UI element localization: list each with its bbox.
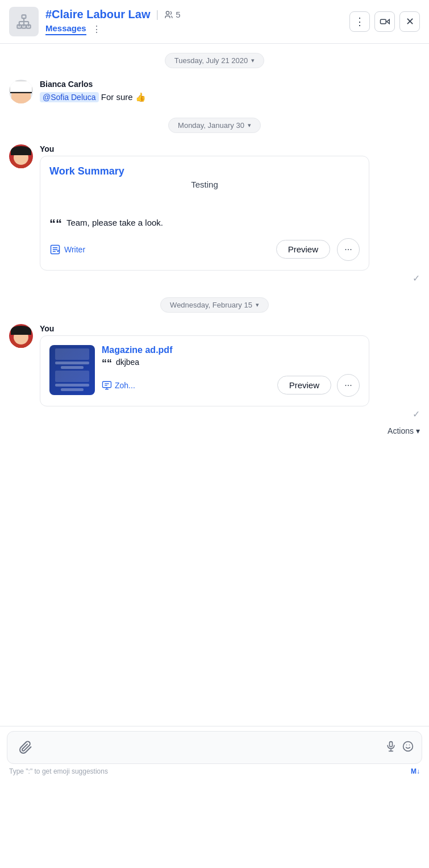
message-input[interactable] <box>40 743 381 753</box>
file-thumbnail <box>49 345 95 395</box>
header-actions: ⋮ ✕ <box>349 11 420 32</box>
message-input-row <box>7 731 422 764</box>
card-app-writer: Writer <box>49 244 269 255</box>
sender-you-1: You <box>40 144 420 153</box>
header-tabs: Messages ⋮ <box>45 23 343 35</box>
actions-label: Actions <box>388 426 414 435</box>
avatar-bianca <box>9 80 33 103</box>
read-tick-2: ✓ <box>40 409 420 420</box>
close-icon: ✕ <box>406 15 414 28</box>
file-preview-button[interactable]: Preview <box>277 376 331 394</box>
file-info: Magazine ad.pdf dkjbea Zoh... <box>102 345 360 397</box>
svg-rect-16 <box>103 381 111 388</box>
date-separator-2: Monday, January 30 ▾ <box>0 109 429 142</box>
chat-header: #Claire Labour Law | 5 Messages ⋮ ⋮ ✕ <box>0 0 429 44</box>
message-content-bianca: Bianca Carlos @Sofia Deluca For sure 👍 <box>40 80 420 104</box>
card-work-quote: Team, please take a look. <box>49 217 360 231</box>
file-app-zoh: Zoh... <box>102 380 272 391</box>
date-separator-3: Wednesday, February 15 ▾ <box>0 288 429 322</box>
header-title-row: #Claire Labour Law | 5 <box>45 8 343 21</box>
date-pill-1[interactable]: Tuesday, July 21 2020 ▾ <box>165 53 264 68</box>
actions-button[interactable]: Actions ▾ <box>388 426 420 435</box>
svg-rect-21 <box>390 741 393 746</box>
writer-icon <box>49 244 61 255</box>
input-hint-bar: Type ":" to get emoji suggestions M↓ <box>7 764 422 780</box>
magazine-file-card: Magazine ad.pdf dkjbea Zoh... <box>40 335 369 406</box>
file-footer: Zoh... Preview ··· <box>102 374 360 397</box>
sender-you-2: You <box>40 324 420 333</box>
file-name: Magazine ad.pdf <box>102 345 360 355</box>
read-tick-1: ✓ <box>40 273 420 284</box>
date-separator-1: Tuesday, July 21 2020 ▾ <box>0 44 429 77</box>
card-app-name: Writer <box>64 245 85 254</box>
tab-messages[interactable]: Messages <box>45 23 86 35</box>
card-work-footer: Writer Preview ··· <box>49 238 360 261</box>
message-content-you-2: You Magazine ad.pdf <box>40 324 420 420</box>
bianca-message-content: For sure 👍 <box>101 92 146 102</box>
close-button[interactable]: ✕ <box>399 11 420 32</box>
mention-sofia[interactable]: @Sofia Deluca <box>40 92 99 102</box>
message-content-you-1: You Work Summary Testing Team, please ta… <box>40 144 420 284</box>
date-label-1: Tuesday, July 21 2020 <box>174 56 248 65</box>
message-row-bianca: Bianca Carlos @Sofia Deluca For sure 👍 <box>0 77 429 109</box>
file-quote: dkjbea <box>102 358 360 369</box>
paperclip-icon <box>19 741 32 754</box>
video-button[interactable] <box>374 11 395 32</box>
file-app-name: Zoh... <box>115 381 135 390</box>
message-row-you-2: You Magazine ad.pdf <box>0 322 429 424</box>
attach-button[interactable] <box>15 737 36 758</box>
member-count: 5 <box>164 10 180 19</box>
svg-marker-11 <box>387 19 390 24</box>
input-area: Type ":" to get emoji suggestions M↓ <box>0 726 429 780</box>
org-chart-icon <box>16 14 32 30</box>
markdown-badge: M↓ <box>411 767 420 775</box>
microphone-icon[interactable] <box>385 741 397 755</box>
date-pill-3[interactable]: Wednesday, February 15 ▾ <box>160 297 269 313</box>
date-pill-2[interactable]: Monday, January 30 ▾ <box>168 118 261 133</box>
date-label-2: Monday, January 30 <box>178 121 244 130</box>
member-count-label: 5 <box>176 10 180 19</box>
card-work-title: Work Summary <box>49 165 360 177</box>
work-summary-card: Work Summary Testing Team, please take a… <box>40 156 369 271</box>
file-card-inner: Magazine ad.pdf dkjbea Zoh... <box>49 345 360 397</box>
tab-more-icon[interactable]: ⋮ <box>92 24 101 35</box>
emoji-hint-text: Type ":" to get emoji suggestions <box>9 767 108 775</box>
actions-bar: Actions ▾ <box>0 424 429 440</box>
date-chevron-2: ▾ <box>248 122 251 129</box>
svg-rect-0 <box>22 15 26 18</box>
card-work-subtitle: Testing <box>49 180 360 189</box>
title-separator: | <box>156 9 159 20</box>
input-right-icons <box>385 741 414 755</box>
messages-area: Tuesday, July 21 2020 ▾ Bianca Carlos @S… <box>0 44 429 726</box>
channel-avatar <box>9 7 39 36</box>
svg-rect-10 <box>381 19 386 24</box>
file-more-button[interactable]: ··· <box>337 374 360 397</box>
date-label-3: Wednesday, February 15 <box>170 301 252 309</box>
avatar-you-1 <box>9 144 33 168</box>
svg-point-24 <box>403 741 413 751</box>
channel-name[interactable]: #Claire Labour Law <box>45 8 151 21</box>
emoji-icon[interactable] <box>402 741 414 755</box>
date-chevron-3: ▾ <box>256 301 259 309</box>
person-icon <box>164 10 173 19</box>
date-chevron-1: ▾ <box>251 57 255 64</box>
bianca-message-text: @Sofia Deluca For sure 👍 <box>40 91 420 104</box>
more-options-button[interactable]: ⋮ <box>349 11 370 32</box>
card-more-button[interactable]: ··· <box>337 238 360 261</box>
avatar-you-2 <box>9 324 33 348</box>
zoho-icon <box>102 380 112 391</box>
svg-point-9 <box>166 11 169 14</box>
sender-bianca: Bianca Carlos <box>40 80 420 89</box>
video-icon <box>380 16 390 27</box>
header-info: #Claire Labour Law | 5 Messages ⋮ <box>45 8 343 35</box>
card-preview-button[interactable]: Preview <box>276 240 330 259</box>
actions-chevron-icon: ▾ <box>416 426 420 435</box>
message-row-you-1: You Work Summary Testing Team, please ta… <box>0 142 429 288</box>
